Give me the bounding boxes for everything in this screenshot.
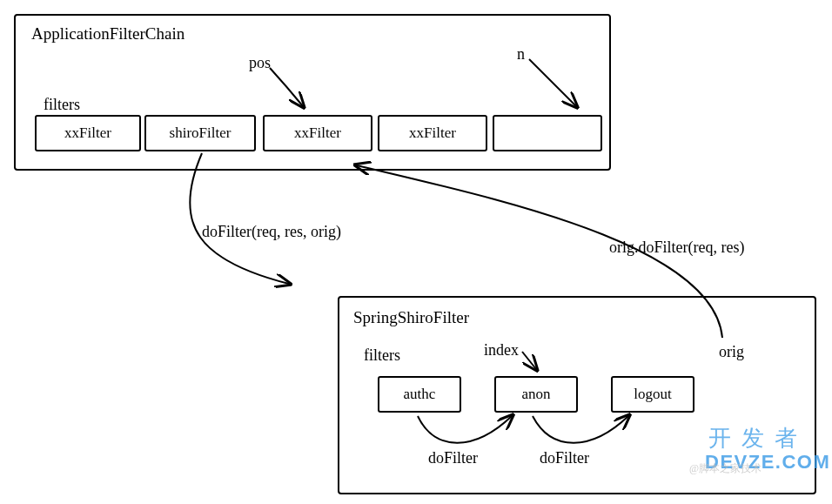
filter-label: xxFilter [294, 124, 341, 142]
orig-dofilter-call-label: orig.doFilter(req, res) [609, 239, 744, 257]
app-filter-chain-title: ApplicationFilterChain [31, 24, 185, 44]
filter-label: anon [521, 386, 550, 403]
watermark-chinese: 开发者 [708, 423, 808, 454]
top-filter-0: xxFilter [35, 115, 141, 151]
filter-label: xxFilter [409, 124, 456, 142]
filter-label: xxFilter [64, 124, 111, 142]
orig-label: orig [719, 343, 744, 361]
dofilter-label-1: doFilter [428, 449, 478, 467]
dofilter-arrow [190, 153, 289, 284]
top-filter-1: shiroFilter [144, 115, 256, 151]
filter-label: authc [404, 386, 436, 403]
filter-label: shiroFilter [170, 124, 231, 142]
bottom-filter-0: authc [378, 376, 461, 413]
index-label: index [484, 341, 519, 360]
bottom-filter-2: logout [611, 376, 694, 413]
filter-label: logout [634, 386, 671, 403]
dofilter-call-label: doFilter(req, res, orig) [202, 223, 341, 241]
bottom-filter-1: anon [494, 376, 578, 413]
spring-shiro-title: SpringShiroFilter [353, 308, 469, 327]
filters-label-top: filters [44, 96, 80, 114]
top-filter-3: xxFilter [378, 115, 487, 151]
n-label: n [517, 45, 525, 64]
top-filter-4 [493, 115, 602, 151]
dofilter-label-2: doFilter [540, 449, 589, 467]
pos-label: pos [249, 54, 271, 72]
watermark-faded: @脚本之家技术 [689, 461, 762, 476]
filters-label-bottom: filters [364, 346, 400, 365]
top-filter-2: xxFilter [263, 115, 372, 151]
